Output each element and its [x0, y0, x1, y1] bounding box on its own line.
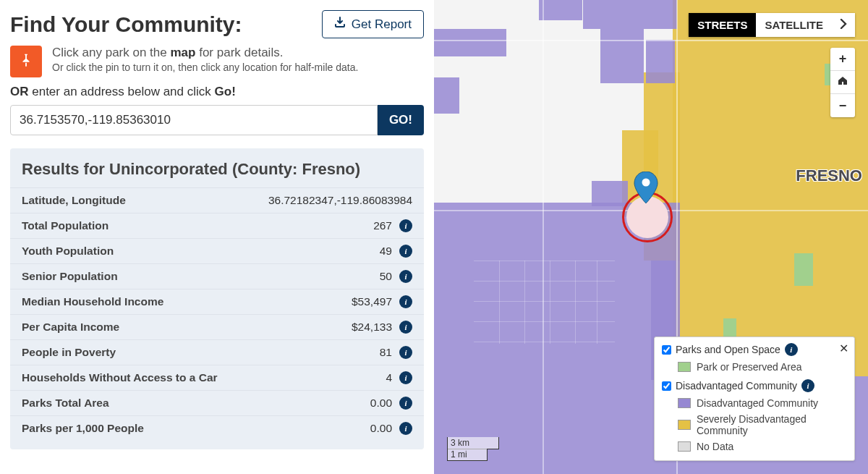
result-value: 50 [380, 270, 392, 283]
result-row: Total Population267i [10, 213, 424, 238]
result-value: 0.00 [370, 397, 392, 410]
legend-layer-parks-label: Parks and Open Space [676, 344, 780, 355]
instruction-line-1: Click any park on the map for park detai… [52, 46, 424, 60]
result-label: Median Household Income [22, 295, 163, 308]
result-label: Households Without Access to a Car [22, 371, 218, 384]
result-label: Senior Population [22, 270, 118, 283]
result-value: $24,133 [352, 321, 392, 334]
legend-disadvantaged-info[interactable]: i [801, 379, 814, 392]
map-label-fresno: FRESNO [796, 166, 862, 185]
legend-layer-disadvantaged-toggle[interactable] [662, 381, 671, 391]
swatch-nodata [678, 441, 691, 452]
get-report-label: Get Report [352, 17, 412, 32]
zoom-in-button[interactable]: + [830, 48, 855, 71]
plus-icon: + [839, 51, 847, 67]
result-label: Per Capita Income [22, 321, 119, 334]
result-label: Parks per 1,000 People [22, 422, 144, 435]
info-button[interactable]: i [399, 371, 412, 384]
pin-toggle-button[interactable] [10, 46, 42, 77]
download-icon [334, 17, 346, 32]
legend-layer-parks-toggle[interactable] [662, 345, 671, 355]
result-row: Median Household Income$53,497i [10, 289, 424, 314]
svg-point-0 [642, 179, 650, 187]
result-value: 0.00 [370, 422, 392, 435]
info-button[interactable]: i [399, 245, 412, 258]
info-button[interactable]: i [399, 270, 412, 283]
pushpin-icon [18, 52, 34, 71]
result-row: Latitude, Longitude36.72182347,-119.8608… [10, 187, 424, 213]
info-button[interactable]: i [399, 422, 412, 435]
result-row: Households Without Access to a Car4i [10, 365, 424, 390]
legend-item-severe: Severely Disadvantaged Community [697, 413, 847, 436]
page-title: Find Your Community: [10, 12, 242, 37]
result-label: Parks Total Area [22, 397, 109, 410]
or-instruction: OR enter an address below and click Go! [10, 85, 424, 99]
legend-item-nodata: No Data [697, 441, 733, 452]
close-icon: ✕ [839, 342, 848, 355]
home-icon [837, 75, 848, 90]
result-value: 49 [380, 245, 392, 258]
go-button[interactable]: GO! [378, 105, 424, 135]
swatch-park [678, 362, 691, 372]
info-button[interactable]: i [399, 346, 412, 359]
result-row: Parks per 1,000 People0.00i [10, 415, 424, 441]
map-type-satellite[interactable]: SATELLITE [756, 13, 832, 37]
get-report-button[interactable]: Get Report [322, 10, 424, 38]
result-row: Senior Population50i [10, 263, 424, 289]
chevron-right-icon [840, 19, 847, 31]
map-scale: 3 km 1 mi [447, 437, 499, 461]
result-row: Parks Total Area0.00i [10, 390, 424, 415]
results-panel: Results for Unincorporated (County: Fres… [10, 148, 424, 449]
swatch-disadvantaged [678, 398, 691, 408]
minus-icon: − [839, 98, 847, 114]
swatch-severe [678, 420, 691, 430]
legend-item-disadvantaged: Disadvantaged Community [697, 397, 818, 409]
result-label: Total Population [22, 219, 109, 232]
info-button[interactable]: i [399, 219, 412, 232]
result-label: Youth Population [22, 245, 114, 258]
legend-layer-disadvantaged-label: Disadvantaged Community [676, 380, 797, 392]
info-button[interactable]: i [399, 295, 412, 308]
info-button[interactable]: i [399, 321, 412, 334]
zoom-out-button[interactable]: − [830, 94, 855, 117]
results-title: Results for Unincorporated (County: Fres… [10, 157, 424, 187]
result-label: People in Poverty [22, 346, 116, 359]
legend-item-park: Park or Preserved Area [697, 361, 802, 373]
address-input[interactable] [10, 105, 378, 135]
info-button[interactable]: i [399, 397, 412, 410]
map-legend: ✕ Parks and Open Space i Park or Preserv… [654, 337, 855, 461]
home-extent-button[interactable] [830, 71, 855, 94]
legend-close-button[interactable]: ✕ [839, 342, 848, 355]
map-type-streets[interactable]: STREETS [689, 13, 756, 37]
legend-parks-info[interactable]: i [785, 343, 798, 356]
map-type-expand[interactable] [832, 13, 855, 37]
result-value: 267 [373, 219, 392, 232]
result-row: Per Capita Income$24,133i [10, 314, 424, 339]
result-value: 4 [386, 371, 392, 384]
instruction-line-2: Or click the pin to turn it on, then cli… [52, 62, 424, 73]
result-row: People in Poverty81i [10, 339, 424, 365]
result-row: Youth Population49i [10, 238, 424, 263]
map-pin-icon [634, 172, 658, 205]
result-value: 81 [380, 346, 392, 359]
result-value: 36.72182347,-119.86083984 [268, 194, 412, 207]
result-value: $53,497 [352, 295, 392, 308]
result-label: Latitude, Longitude [22, 194, 126, 207]
